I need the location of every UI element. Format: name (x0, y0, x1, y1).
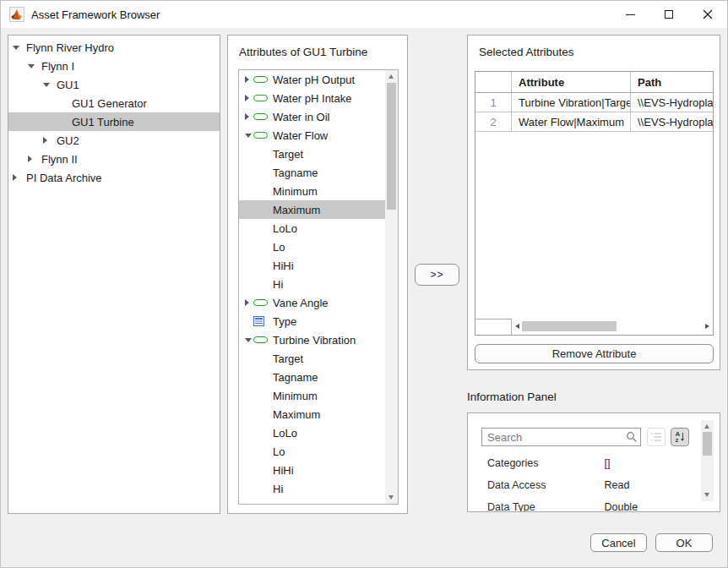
attribute-label: Total Hours Running (273, 501, 372, 505)
collapsed-arrow-icon[interactable] (245, 299, 253, 306)
collapsed-arrow-icon[interactable] (13, 173, 21, 182)
attribute-child-item[interactable]: LoLo (239, 219, 385, 238)
ok-button[interactable]: OK (655, 533, 713, 552)
attribute-cell: Turbine Vibration|Target (512, 93, 631, 112)
search-input[interactable] (481, 428, 641, 446)
expanded-arrow-icon[interactable] (28, 62, 36, 70)
property-row-categories[interactable]: Categories [] (487, 457, 610, 471)
information-panel: Az Categories [] Data Access Read Data T… (467, 412, 720, 512)
asset-framework-browser-window: Asset Framework Browser Flynn River Hydr… (0, 0, 728, 568)
remove-attribute-button[interactable]: Remove Attribute (475, 344, 714, 363)
tree-item-flynn-ii[interactable]: Flynn II (8, 150, 220, 168)
scroll-down-icon[interactable] (388, 495, 394, 500)
attribute-child-item-selected[interactable]: Maximum (239, 200, 385, 219)
tree-item-gu2[interactable]: GU2 (8, 131, 220, 150)
attribute-child-item[interactable]: LoLo (239, 423, 385, 442)
scroll-up-icon[interactable] (704, 424, 709, 429)
cancel-button[interactable]: Cancel (590, 533, 647, 552)
tree-item-gu1-turbine-selected[interactable]: GU1 Turbine (8, 112, 220, 131)
attribute-item[interactable]: Type (239, 312, 385, 330)
attribute-item[interactable]: Water pH Output (239, 70, 385, 89)
attribute-item[interactable]: Water Flow (239, 126, 385, 145)
attribute-child-item[interactable]: HiHi (239, 256, 385, 275)
sort-az-icon: Az (676, 431, 685, 443)
info-vertical-scrollbar[interactable] (701, 420, 714, 501)
scrollbar-thumb[interactable] (387, 83, 396, 210)
attribute-child-item[interactable]: Maximum (239, 405, 385, 423)
scroll-right-icon[interactable] (705, 324, 709, 329)
tree-item-gu1-generator[interactable]: GU1 Generator (8, 94, 220, 112)
expanded-arrow-icon[interactable] (43, 80, 52, 89)
attribute-item[interactable]: Water pH Intake (239, 89, 385, 107)
collapsed-arrow-icon[interactable] (245, 76, 253, 83)
attribute-label: Maximum (273, 408, 320, 421)
attribute-icon (253, 76, 268, 83)
expanded-arrow-icon[interactable] (245, 134, 253, 138)
attribute-label: HiHi (273, 464, 294, 477)
collapsed-arrow-icon[interactable] (28, 155, 36, 163)
scrollbar-thumb[interactable] (703, 432, 712, 456)
attribute-child-item[interactable]: Minimum (239, 182, 385, 200)
attribute-label: Lo (273, 445, 285, 458)
attribute-item[interactable]: Turbine Vibration (239, 330, 385, 349)
attribute-item[interactable]: Water in Oil (239, 107, 385, 126)
tree-item-label: GU1 Turbine (72, 116, 134, 128)
group-view-button[interactable] (647, 428, 666, 446)
collapsed-arrow-icon[interactable] (43, 136, 52, 145)
scroll-down-icon[interactable] (704, 493, 709, 497)
table-corner-cell (475, 319, 512, 335)
tree-item-flynn-i[interactable]: Flynn I (8, 57, 220, 75)
expanded-arrow-icon[interactable] (13, 43, 21, 52)
attribute-child-item[interactable]: Lo (239, 238, 385, 256)
collapsed-arrow-icon[interactable] (245, 113, 253, 120)
attribute-label: Water Flow (273, 129, 328, 142)
attribute-item[interactable]: Total Hours Running (239, 498, 385, 505)
add-attribute-button[interactable]: >> (415, 264, 459, 286)
scrollbar-thumb[interactable] (522, 321, 617, 331)
scroll-up-icon[interactable] (388, 74, 394, 79)
close-button[interactable] (688, 1, 727, 28)
tree-item-label: Flynn II (41, 153, 78, 166)
selected-attributes-panel: Selected Attributes Attribute Path 1 Tur… (467, 35, 720, 370)
collapsed-arrow-icon[interactable] (245, 95, 253, 101)
horizontal-scrollbar[interactable] (512, 318, 713, 335)
attribute-item[interactable]: Vane Angle (239, 293, 385, 312)
attribute-child-item[interactable]: Lo (239, 442, 385, 461)
sort-alphabetical-button[interactable]: Az (671, 428, 689, 446)
selected-attributes-title: Selected Attributes (479, 46, 574, 58)
attribute-label: Minimum (273, 390, 318, 402)
property-name: Data Type (487, 501, 601, 512)
attribute-label: Water in Oil (273, 111, 329, 123)
tree-item-gu1[interactable]: GU1 (8, 75, 220, 94)
attribute-child-item[interactable]: Tagname (239, 163, 385, 182)
scroll-left-icon[interactable] (515, 324, 519, 329)
attribute-icon (253, 95, 268, 101)
attribute-child-item[interactable]: Hi (239, 479, 385, 498)
attribute-child-item[interactable]: Tagname (239, 368, 385, 386)
tree-item-pi-data-archive[interactable]: PI Data Archive (8, 168, 220, 187)
minimize-button[interactable] (611, 1, 649, 28)
property-row-data-type[interactable]: Data Type Double (487, 501, 638, 512)
leaf-spacer (58, 117, 67, 126)
attribute-child-item[interactable]: HiHi (239, 461, 385, 479)
attributes-vertical-scrollbar[interactable] (385, 70, 398, 504)
expanded-arrow-icon[interactable] (245, 338, 253, 342)
table-row[interactable]: 2 Water Flow|Maximum \\EVS-Hydropla (475, 112, 713, 132)
tree-item-flynn-river-hydro[interactable]: Flynn River Hydro (8, 38, 220, 57)
row-number-header (475, 72, 512, 92)
tree-item-label: GU2 (57, 134, 79, 147)
attribute-child-item[interactable]: Minimum (239, 386, 385, 405)
collapsed-arrow-icon[interactable] (245, 504, 253, 505)
close-icon (703, 9, 713, 19)
table-row[interactable]: 1 Turbine Vibration|Target \\EVS-Hydropl… (475, 93, 713, 112)
attributes-listbox: Water pH Output Water pH Intake Water in… (238, 69, 399, 505)
attribute-child-item[interactable]: Hi (239, 275, 385, 293)
attribute-icon (253, 504, 268, 505)
attribute-child-item[interactable]: Target (239, 349, 385, 368)
tree-item-label: Flynn River Hydro (26, 41, 114, 54)
property-row-data-access[interactable]: Data Access Read (487, 479, 629, 493)
maximize-button[interactable] (649, 1, 688, 28)
maximize-icon (665, 10, 673, 19)
attribute-child-item[interactable]: Target (239, 145, 385, 163)
attribute-icon (253, 132, 268, 139)
